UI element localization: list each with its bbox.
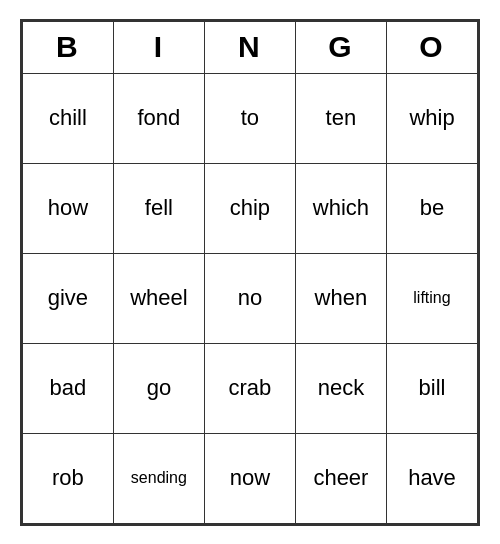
cell-4-4: have xyxy=(387,433,478,523)
cell-0-0: chill xyxy=(23,73,114,163)
header-g: G xyxy=(295,21,386,73)
cell-1-4: be xyxy=(387,163,478,253)
cell-1-0: how xyxy=(23,163,114,253)
bingo-card: B I N G O chillfondtotenwhiphowfellchipw… xyxy=(20,19,480,526)
header-b: B xyxy=(23,21,114,73)
cell-2-3: when xyxy=(295,253,386,343)
table-row: robsendingnowcheerhave xyxy=(23,433,478,523)
cell-0-2: to xyxy=(204,73,295,163)
cell-4-2: now xyxy=(204,433,295,523)
cell-3-1: go xyxy=(113,343,204,433)
cell-3-0: bad xyxy=(23,343,114,433)
cell-4-3: cheer xyxy=(295,433,386,523)
cell-0-1: fond xyxy=(113,73,204,163)
cell-0-3: ten xyxy=(295,73,386,163)
bingo-body: chillfondtotenwhiphowfellchipwhichbegive… xyxy=(23,73,478,523)
cell-3-4: bill xyxy=(387,343,478,433)
cell-2-4: lifting xyxy=(387,253,478,343)
cell-2-0: give xyxy=(23,253,114,343)
cell-2-1: wheel xyxy=(113,253,204,343)
table-row: givewheelnowhenlifting xyxy=(23,253,478,343)
cell-4-0: rob xyxy=(23,433,114,523)
cell-3-3: neck xyxy=(295,343,386,433)
cell-2-2: no xyxy=(204,253,295,343)
cell-1-1: fell xyxy=(113,163,204,253)
bingo-table: B I N G O chillfondtotenwhiphowfellchipw… xyxy=(22,21,478,524)
cell-4-1: sending xyxy=(113,433,204,523)
header-n: N xyxy=(204,21,295,73)
table-row: badgocrabneckbill xyxy=(23,343,478,433)
header-row: B I N G O xyxy=(23,21,478,73)
header-o: O xyxy=(387,21,478,73)
cell-3-2: crab xyxy=(204,343,295,433)
cell-0-4: whip xyxy=(387,73,478,163)
cell-1-2: chip xyxy=(204,163,295,253)
cell-1-3: which xyxy=(295,163,386,253)
header-i: I xyxy=(113,21,204,73)
table-row: howfellchipwhichbe xyxy=(23,163,478,253)
table-row: chillfondtotenwhip xyxy=(23,73,478,163)
